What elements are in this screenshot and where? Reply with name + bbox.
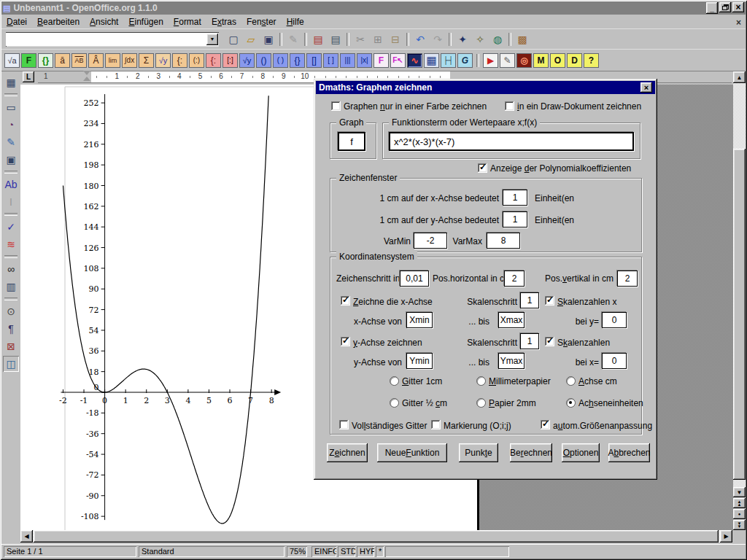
- dm-sqrt-a-icon[interactable]: √a: [4, 53, 20, 68]
- zeichnen-button[interactable]: Zeichnen: [327, 443, 368, 462]
- status-insert-mode[interactable]: EINFG: [311, 546, 336, 557]
- redo-icon[interactable]: ↷: [429, 31, 446, 47]
- left-indent-marker[interactable]: [83, 77, 90, 81]
- navigator-icon[interactable]: ✦: [454, 31, 471, 47]
- dialog-close-button[interactable]: ×: [640, 82, 652, 93]
- dm-macro-d-icon[interactable]: D: [567, 53, 582, 68]
- dm-paren-big-icon[interactable]: ( ): [273, 53, 288, 68]
- print-file-icon[interactable]: ▤: [309, 31, 327, 47]
- tab-type-button[interactable]: L: [23, 71, 34, 82]
- close-document-icon[interactable]: ×: [736, 18, 741, 28]
- status-page-style[interactable]: Standard: [139, 546, 285, 557]
- hscroll-thumb[interactable]: [34, 530, 719, 542]
- at-y-field[interactable]: 0: [602, 312, 627, 328]
- dm-point-flag-icon[interactable]: ▶: [483, 53, 498, 68]
- dm-macro-o-icon[interactable]: O: [550, 53, 565, 68]
- dm-vector-icon[interactable]: ā: [55, 53, 70, 68]
- color-only-checkbox[interactable]: [331, 101, 341, 111]
- dm-integral-icon[interactable]: ∫dx: [122, 53, 137, 68]
- function-term-input[interactable]: x^2*(x-3)*(x-7): [389, 132, 634, 151]
- draw-document-checkbox[interactable]: [505, 101, 514, 111]
- status-zoom[interactable]: 75%: [287, 546, 307, 557]
- auto-spellcheck-icon[interactable]: ≋: [3, 236, 19, 252]
- draw-y-axis-checkbox[interactable]: [341, 337, 350, 346]
- menu-item-datei[interactable]: Datei: [1, 15, 32, 28]
- autosize-checkbox[interactable]: [541, 420, 550, 429]
- achseneinheiten-radio[interactable]: [566, 398, 576, 408]
- first-line-indent-marker[interactable]: [83, 71, 90, 75]
- status-modified[interactable]: *: [376, 546, 384, 557]
- dm-system-icon[interactable]: {:: [172, 53, 187, 68]
- x-to-field[interactable]: Xmax: [498, 312, 525, 328]
- at-x-field[interactable]: 0: [602, 353, 627, 369]
- save-icon[interactable]: ▣: [260, 31, 277, 47]
- status-extra[interactable]: [385, 546, 509, 557]
- insert-graphics-icon[interactable]: ◔: [3, 117, 19, 133]
- horizontal-scrollbar[interactable]: ◀ ▶: [20, 530, 733, 542]
- draw-x-axis-checkbox[interactable]: [341, 296, 350, 306]
- skalenschritt-x-field[interactable]: 1: [520, 292, 539, 308]
- graph-name-field[interactable]: f: [338, 132, 365, 151]
- vertical-scrollbar[interactable]: ▲ ▼ ▲▲ ● ▼▼: [733, 70, 746, 530]
- menu-item-fenster[interactable]: Fenster: [241, 15, 282, 28]
- achse-cm-radio[interactable]: [566, 376, 576, 386]
- skalenzahlen-x-checkbox[interactable]: [545, 296, 554, 306]
- zeichenschritt-field[interactable]: 0,01: [400, 271, 429, 287]
- menu-item-format[interactable]: Format: [169, 15, 206, 28]
- find-replace-icon[interactable]: ∞: [3, 261, 19, 277]
- dm-help-icon[interactable]: ?: [584, 53, 599, 68]
- online-layout-icon[interactable]: ◫: [3, 356, 19, 372]
- papier-2mm-radio[interactable]: [476, 398, 486, 408]
- skalenzahlen-y-checkbox[interactable]: [545, 337, 554, 346]
- dm-target-icon[interactable]: ◎: [516, 53, 532, 68]
- dm-sum-icon[interactable]: Σ: [139, 53, 154, 68]
- dm-root-blue-icon[interactable]: √y: [239, 53, 255, 68]
- next-page-button[interactable]: ▼▼: [733, 520, 746, 530]
- y-from-field[interactable]: Ymin: [406, 353, 433, 369]
- dm-draw-graph-icon[interactable]: ∿: [407, 53, 422, 68]
- gallery-icon[interactable]: ▩: [514, 31, 531, 47]
- vscroll-thumb[interactable]: [733, 149, 746, 480]
- scroll-left-button[interactable]: ◀: [20, 530, 33, 542]
- dm-geometry-g-icon[interactable]: G: [457, 53, 473, 68]
- copy-icon[interactable]: ⊞: [369, 31, 387, 47]
- graphics-on-off-icon[interactable]: ⊠: [3, 338, 19, 354]
- dm-paren-small-icon[interactable]: (): [256, 53, 271, 68]
- menu-item-hilfe[interactable]: Hilfe: [282, 15, 309, 28]
- dm-macro-m-icon[interactable]: M: [533, 53, 549, 68]
- dm-braces-green-icon[interactable]: {}: [38, 53, 53, 68]
- data-sources-icon[interactable]: ▥: [3, 279, 19, 295]
- dm-matrix-red-icon[interactable]: [:]: [222, 53, 238, 68]
- insert-table-icon[interactable]: ▦: [3, 74, 19, 90]
- spellcheck-icon[interactable]: ✓: [3, 219, 19, 235]
- y-to-field[interactable]: Ymax: [498, 353, 525, 369]
- url-combobox[interactable]: ▼: [6, 32, 219, 47]
- draw-functions-icon[interactable]: ✎: [3, 134, 19, 150]
- close-button[interactable]: ×: [732, 2, 744, 12]
- skalenschritt-y-field[interactable]: 1: [520, 333, 539, 349]
- minimize-button[interactable]: _: [706, 2, 718, 14]
- optionen-button[interactable]: Optionen: [562, 443, 600, 462]
- dm-abs-icon[interactable]: |x|: [357, 53, 372, 68]
- dm-brace-big-icon[interactable]: {}: [290, 53, 305, 68]
- pos-vertikal-field[interactable]: 2: [617, 271, 638, 287]
- dm-axes-icon[interactable]: ├┤: [441, 53, 456, 68]
- insert-frame-icon[interactable]: ▭: [3, 99, 19, 115]
- zoom-icon[interactable]: ⊙: [3, 303, 19, 319]
- hyperlink-icon[interactable]: ◍: [489, 31, 506, 47]
- millimeterpapier-radio[interactable]: [476, 376, 486, 386]
- undo-icon[interactable]: ↶: [411, 31, 429, 47]
- menu-item-einfuegen[interactable]: Einfügen: [123, 15, 168, 28]
- pos-horizontal-field[interactable]: 2: [504, 271, 525, 287]
- menu-item-ansicht[interactable]: Ansicht: [85, 15, 123, 28]
- dm-formula-f-icon[interactable]: F: [21, 53, 36, 68]
- dm-limit-icon[interactable]: lim: [105, 53, 120, 68]
- x-from-field[interactable]: Xmin: [406, 312, 433, 328]
- berechnen-button[interactable]: Berechnen: [510, 443, 552, 462]
- autotext-icon[interactable]: Ab: [3, 176, 19, 192]
- vscroll-track-lower[interactable]: [733, 480, 746, 487]
- dm-bracket-big-icon[interactable]: [ ]: [323, 53, 338, 68]
- varmax-field[interactable]: 8: [487, 233, 520, 249]
- x-unit-field[interactable]: 1: [503, 190, 527, 206]
- polynomial-coefficients-checkbox[interactable]: [478, 163, 487, 173]
